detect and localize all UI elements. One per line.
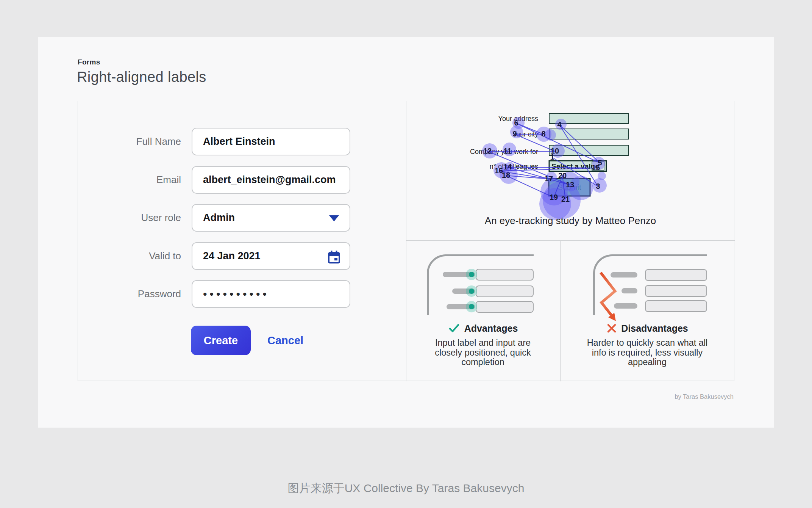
svg-text:18: 18 xyxy=(502,171,510,179)
validto-value: 24 Jan 2021 xyxy=(203,243,261,269)
gaze-dot-icon xyxy=(466,269,477,280)
svg-text:17: 17 xyxy=(545,174,553,183)
svg-text:15: 15 xyxy=(592,163,600,172)
svg-text:11: 11 xyxy=(503,147,511,155)
validto-datepicker[interactable]: 24 Jan 2021 xyxy=(192,242,350,270)
mock-label-bar xyxy=(621,288,637,293)
svg-text:21: 21 xyxy=(561,195,570,203)
advantages-body: Input label and input are closely positi… xyxy=(422,338,543,367)
userrole-value: Admin xyxy=(203,205,235,231)
author-byline: by Taras Bakusevych xyxy=(675,393,734,400)
eye-tracking-gaze-plot: Your addressYour cityCompany you work fo… xyxy=(470,108,720,226)
fullname-value: Albert Einstein xyxy=(203,129,275,155)
advantages-title: Advantages xyxy=(464,323,518,334)
form-row-validto: Valid to 24 Jan 2021 xyxy=(78,242,406,270)
mock-input xyxy=(476,285,534,297)
disadvantages-panel: Disadvantages Harder to quickly scan wha… xyxy=(560,240,735,381)
svg-text:14: 14 xyxy=(503,163,512,171)
page-title: Right-aligned labels xyxy=(77,69,206,85)
check-icon xyxy=(448,323,460,336)
calendar-icon[interactable] xyxy=(328,250,340,266)
svg-text:13: 13 xyxy=(566,180,574,189)
userrole-select[interactable]: Admin xyxy=(192,204,350,232)
svg-text:3: 3 xyxy=(596,182,600,190)
create-button[interactable]: Create xyxy=(191,326,251,355)
password-label: Password xyxy=(78,280,181,308)
svg-text:4: 4 xyxy=(557,120,562,129)
eyetrack-caption: An eye-tracking study by Matteo Penzo xyxy=(406,215,735,227)
cancel-button[interactable]: Cancel xyxy=(267,326,313,355)
password-input[interactable]: •••••••••• xyxy=(192,280,350,308)
form-row-password: Password •••••••••• xyxy=(78,280,406,308)
chevron-down-icon xyxy=(329,215,339,221)
main-panel: Full Name Albert Einstein Email albert_e… xyxy=(78,101,734,381)
mock-input xyxy=(476,269,534,281)
gaze-dot-icon xyxy=(466,301,477,312)
mock-input xyxy=(476,301,534,313)
form-row-userrole: User role Admin xyxy=(78,204,406,232)
validto-label: Valid to xyxy=(78,242,181,270)
x-icon xyxy=(607,323,617,336)
svg-text:12: 12 xyxy=(483,147,492,155)
svg-text:6: 6 xyxy=(514,119,518,127)
disadvantages-body: Harder to quickly scan what all info is … xyxy=(581,338,713,367)
mock-input xyxy=(645,269,707,281)
email-value: albert_einstein@gmail.com xyxy=(203,167,336,193)
advantages-heading: Advantages xyxy=(406,323,560,336)
fullname-label: Full Name xyxy=(78,128,181,155)
email-input[interactable]: albert_einstein@gmail.com xyxy=(192,166,350,194)
mock-input xyxy=(645,300,707,312)
form-row-fullname: Full Name Albert Einstein xyxy=(78,128,406,155)
disadvantages-title: Disadvantages xyxy=(621,323,688,334)
svg-text:10: 10 xyxy=(551,147,559,155)
mock-input xyxy=(645,285,707,297)
email-label: Email xyxy=(78,166,181,194)
svg-text:8: 8 xyxy=(541,130,545,138)
disadvantages-heading: Disadvantages xyxy=(560,323,735,336)
svg-text:9: 9 xyxy=(512,130,517,138)
password-value: •••••••••• xyxy=(203,281,269,307)
svg-text:19: 19 xyxy=(550,193,558,201)
fullname-input[interactable]: Albert Einstein xyxy=(192,128,350,155)
svg-text:20: 20 xyxy=(558,171,567,180)
image-source-caption: 图片来源于UX Collective By Taras Bakusevych xyxy=(0,481,812,496)
userrole-label: User role xyxy=(78,204,181,232)
form-row-email: Email albert_einstein@gmail.com xyxy=(78,166,406,194)
zigzag-arrow-icon xyxy=(596,269,623,324)
section-eyebrow: Forms xyxy=(78,58,100,66)
gaze-dot-icon xyxy=(466,285,477,297)
page: Forms Right-aligned labels Full Name Alb… xyxy=(0,0,812,508)
advantages-panel: Advantages Input label and input are clo… xyxy=(406,240,560,381)
